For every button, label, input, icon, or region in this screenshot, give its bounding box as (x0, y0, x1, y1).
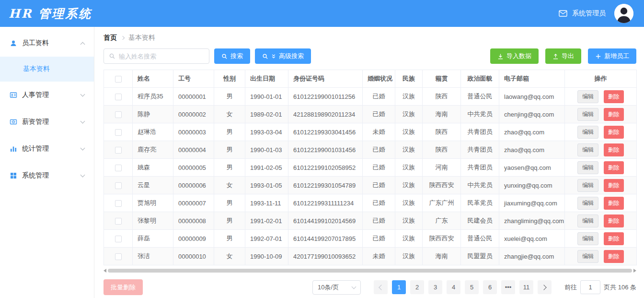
cell-origin: 海南 (423, 248, 461, 265)
breadcrumb-current: 基本资料 (128, 34, 155, 42)
cell-name: 云星 (133, 177, 173, 194)
breadcrumb-home[interactable]: 首页 (104, 34, 117, 42)
sidebar-item-statistics-management[interactable]: 统计管理 (0, 135, 94, 162)
page-size-select[interactable]: 10条/页 (312, 280, 361, 295)
pager-page-5[interactable]: 5 (465, 280, 479, 294)
cell-email: xuelei@qq.com (499, 230, 565, 248)
delete-button[interactable]: 删除 (604, 161, 624, 174)
advanced-search-button[interactable]: 高级搜索 (255, 48, 311, 64)
avatar[interactable] (614, 4, 633, 23)
table-row: 鹿存亮 00000004 男 1990-01-03 61012219900103… (104, 141, 637, 159)
scroll-left-arrow-icon[interactable] (104, 269, 106, 273)
cell-ethnicity: 汉族 (395, 159, 423, 177)
delete-button[interactable]: 删除 (604, 143, 624, 156)
edit-button[interactable]: 编辑 (577, 126, 598, 139)
edit-button[interactable]: 编辑 (577, 161, 598, 174)
row-checkbox[interactable] (115, 94, 122, 100)
select-all-checkbox[interactable] (115, 76, 122, 83)
row-checkbox[interactable] (115, 200, 122, 207)
row-checkbox[interactable] (115, 182, 122, 189)
delete-button[interactable]: 删除 (604, 197, 624, 210)
pager-page-1[interactable]: 1 (392, 280, 406, 294)
edit-button[interactable]: 编辑 (577, 197, 598, 210)
scrollbar-thumb[interactable] (108, 269, 632, 273)
current-user-label[interactable]: 系统管理员 (572, 9, 606, 18)
sidebar-item-label: 系统管理 (22, 171, 49, 180)
row-checkbox[interactable] (115, 111, 122, 118)
edit-button[interactable]: 编辑 (577, 90, 598, 103)
pager-page-6[interactable]: 6 (483, 280, 497, 294)
column-header-marital: 婚姻状况 (363, 70, 395, 88)
row-checkbox[interactable] (115, 236, 122, 242)
scroll-right-arrow-icon[interactable] (633, 269, 636, 273)
export-button-label: 导出 (562, 52, 574, 60)
edit-button[interactable]: 编辑 (577, 250, 598, 263)
delete-button[interactable]: 删除 (604, 232, 624, 245)
batch-delete-button[interactable]: 批量删除 (104, 279, 143, 295)
search-input[interactable] (119, 53, 204, 60)
row-checkbox[interactable] (115, 218, 122, 225)
cell-origin: 陕西 (423, 88, 461, 106)
goto-page-input[interactable] (580, 280, 600, 294)
table-row: 张洁 00000010 女 1990-10-09 420177199010093… (104, 248, 637, 265)
cell-name: 张黎明 (133, 212, 173, 230)
cell-origin: 陕西 (423, 123, 461, 141)
column-header-idcard: 身份证号码 (288, 70, 363, 88)
cell-employee-id: 00000004 (173, 141, 214, 159)
cell-marital-status: 已婚 (363, 177, 395, 194)
cell-marital-status: 已婚 (363, 141, 395, 159)
cell-email: zhangliming@qq.com (499, 212, 565, 230)
row-checkbox[interactable] (115, 147, 122, 154)
pager-ellipsis[interactable]: ••• (501, 280, 515, 294)
cell-id-card: 610122199001031456 (288, 141, 363, 159)
delete-button[interactable]: 删除 (604, 179, 624, 192)
cell-marital-status: 已婚 (363, 212, 395, 230)
cell-id-card: 610144199207017895 (288, 230, 363, 248)
search-button[interactable]: 搜索 (214, 48, 250, 64)
delete-button[interactable]: 删除 (604, 215, 624, 227)
sidebar-item-basic-info[interactable]: 基本资料 (0, 57, 94, 82)
edit-button[interactable]: 编辑 (577, 215, 598, 227)
sidebar-item-label: 员工资料 (22, 39, 49, 48)
delete-button[interactable]: 删除 (604, 108, 624, 121)
delete-button[interactable]: 删除 (604, 126, 624, 139)
pager-page-4[interactable]: 4 (447, 280, 460, 294)
cell-ethnicity: 汉族 (395, 123, 423, 141)
sidebar-item-hr-management[interactable]: 人事管理 (0, 82, 94, 108)
export-button[interactable]: 导出 (545, 48, 581, 64)
pager-next-button[interactable] (538, 280, 552, 294)
sidebar-item-system-management[interactable]: 系统管理 (0, 162, 94, 189)
edit-button[interactable]: 编辑 (577, 108, 598, 121)
edit-button[interactable]: 编辑 (577, 179, 598, 192)
pager-page-3[interactable]: 3 (428, 280, 442, 294)
sidebar-item-salary-management[interactable]: 薪资管理 (0, 108, 94, 135)
cell-origin: 广东广州 (423, 194, 461, 212)
cell-id-card: 421288198902011234 (288, 106, 363, 123)
cell-gender: 男 (214, 123, 245, 141)
delete-button[interactable]: 删除 (604, 250, 624, 263)
row-checkbox[interactable] (115, 253, 122, 260)
cell-employee-id: 00000006 (173, 177, 214, 194)
search-icon (221, 53, 228, 60)
add-employee-button[interactable]: 新增员工 (588, 48, 636, 64)
mail-icon[interactable] (559, 10, 567, 17)
edit-button[interactable]: 编辑 (577, 143, 598, 156)
import-data-button[interactable]: 导入数据 (490, 48, 539, 64)
pager-prev-button[interactable] (374, 280, 388, 294)
sidebar-item-employee-data[interactable]: 员工资料 (0, 30, 94, 57)
table-row: 姚森 00000005 男 1991-02-05 610122199102058… (104, 159, 637, 177)
search-icon (262, 53, 268, 60)
cell-ethnicity: 汉族 (395, 141, 423, 159)
cell-employee-id: 00000009 (173, 230, 214, 248)
pager-page-11[interactable]: 11 (519, 280, 533, 294)
row-checkbox[interactable] (115, 165, 122, 171)
edit-button[interactable]: 编辑 (577, 232, 598, 245)
double-chevron-down-icon (271, 54, 276, 59)
cell-id-card: 610122199001011256 (288, 88, 363, 106)
pager-page-2[interactable]: 2 (410, 280, 424, 294)
sidebar-item-label: 薪资管理 (22, 118, 49, 126)
delete-button[interactable]: 删除 (604, 90, 624, 103)
chevron-up-icon (80, 42, 85, 47)
cell-actions: 编辑 删除 (565, 106, 637, 123)
row-checkbox[interactable] (115, 129, 122, 136)
